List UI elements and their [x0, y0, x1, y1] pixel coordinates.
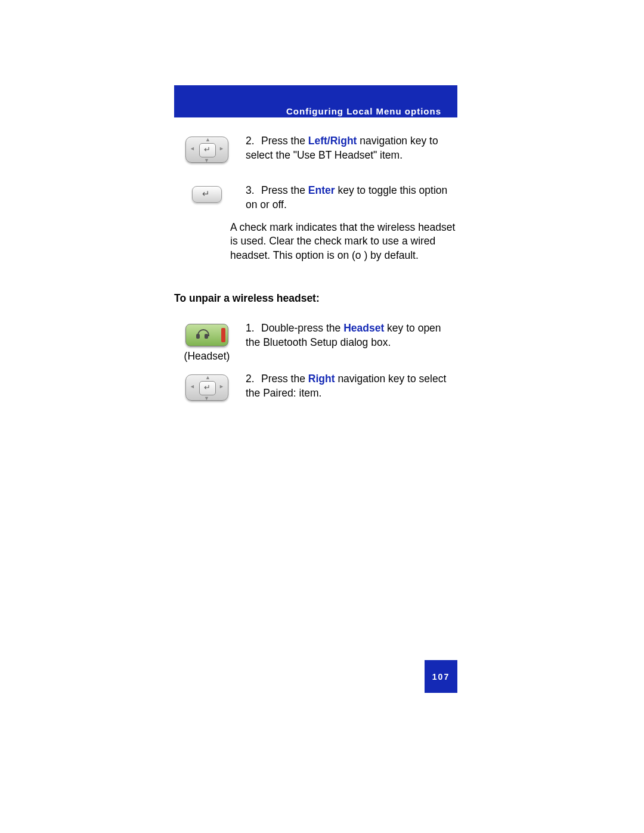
page-number-box: 107 — [425, 660, 457, 693]
content-area: ▲▼ ◄► 2.Press the Left/Right navigation … — [174, 134, 457, 417]
key-label-headset: Headset — [343, 322, 384, 334]
step-row: ▲▼ ◄► 2.Press the Right navigation key t… — [174, 372, 457, 412]
step-text: 2.Press the Right navigation key to sele… — [246, 372, 457, 400]
step-text: 3.Press the Enter key to toggle this opt… — [246, 184, 457, 212]
enter-key-icon — [192, 186, 222, 203]
step-number: 3. — [246, 184, 261, 198]
headset-button-icon — [185, 324, 228, 346]
step-row: ▲▼ ◄► 2.Press the Left/Right navigation … — [174, 134, 457, 174]
dpad-icon: ▲▼ ◄► — [185, 137, 228, 163]
document-page: Configuring Local Menu options ▲▼ ◄► 2.P… — [0, 0, 644, 833]
step-row: (Headset) 1.Double-press the Headset key… — [174, 321, 457, 363]
step-text: 2.Press the Left/Right navigation key to… — [246, 134, 457, 162]
headset-caption: (Headset) — [184, 350, 230, 363]
step-row: 3.Press the Enter key to toggle this opt… — [174, 184, 457, 274]
step-number: 2. — [246, 134, 261, 148]
subheading-unpair: To unpair a wireless headset: — [174, 292, 457, 305]
header-title: Configuring Local Menu options — [286, 106, 441, 116]
key-label-leftright: Left/Right — [308, 135, 357, 147]
key-label-enter: Enter — [308, 184, 335, 196]
step-text: 1.Double-press the Headset key to open t… — [246, 321, 457, 349]
step-number: 2. — [246, 372, 261, 386]
key-label-right: Right — [308, 373, 335, 385]
page-number: 107 — [432, 672, 450, 682]
note-text: A check mark indicates that the wireless… — [230, 221, 457, 263]
step-number: 1. — [246, 321, 261, 336]
dpad-icon: ▲▼ ◄► — [185, 374, 228, 401]
